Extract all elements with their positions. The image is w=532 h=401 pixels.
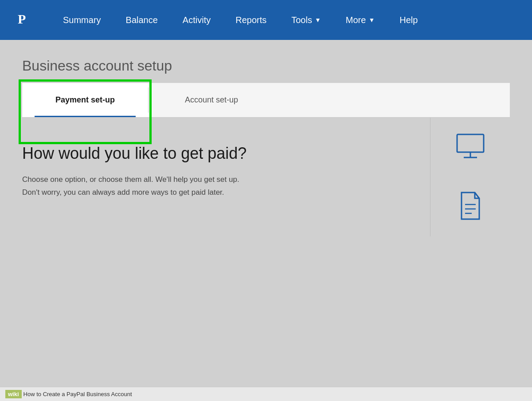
nav-item-balance[interactable]: Balance	[113, 0, 170, 40]
nav-item-activity[interactable]: Activity	[170, 0, 223, 40]
content-sidebar	[430, 118, 510, 236]
nav-item-summary[interactable]: Summary	[51, 0, 113, 40]
content-area: How would you like to get paid? Choose o…	[22, 118, 510, 236]
wikihow-title: How to Create a PayPal Business Account	[23, 391, 132, 397]
wikihow-label: wiki	[5, 390, 22, 398]
tabs-container: Payment set-up Account set-up	[22, 83, 510, 118]
nav-item-reports[interactable]: Reports	[223, 0, 279, 40]
tab-account-setup[interactable]: Account set-up	[149, 83, 274, 117]
page-title: Business account setup	[22, 58, 510, 74]
main-content: Business account setup Payment set-up Ac…	[0, 40, 532, 254]
svg-rect-2	[457, 134, 484, 152]
tabs-wrapper: Payment set-up Account set-up How would …	[22, 83, 510, 236]
content-main: How would you like to get paid? Choose o…	[22, 118, 430, 236]
nav-item-more[interactable]: More ▼	[333, 0, 387, 40]
content-subtext: Choose one option, or choose them all. W…	[22, 173, 417, 199]
paypal-logo[interactable]: P	[13, 9, 33, 31]
content-heading: How would you like to get paid?	[22, 144, 417, 163]
more-chevron-icon: ▼	[368, 16, 375, 24]
nav-item-help[interactable]: Help	[387, 0, 430, 40]
tab-payment-setup[interactable]: Payment set-up	[22, 83, 148, 117]
wikihow-bar: wiki How to Create a PayPal Business Acc…	[0, 387, 532, 401]
svg-text:P: P	[18, 12, 26, 26]
navbar: P Summary Balance Activity Reports Tools…	[0, 0, 532, 40]
nav-items: Summary Balance Activity Reports Tools ▼…	[51, 0, 519, 40]
document-icon	[455, 190, 486, 223]
monitor-icon	[455, 131, 486, 164]
nav-item-tools[interactable]: Tools ▼	[279, 0, 333, 40]
tools-chevron-icon: ▼	[315, 16, 321, 24]
